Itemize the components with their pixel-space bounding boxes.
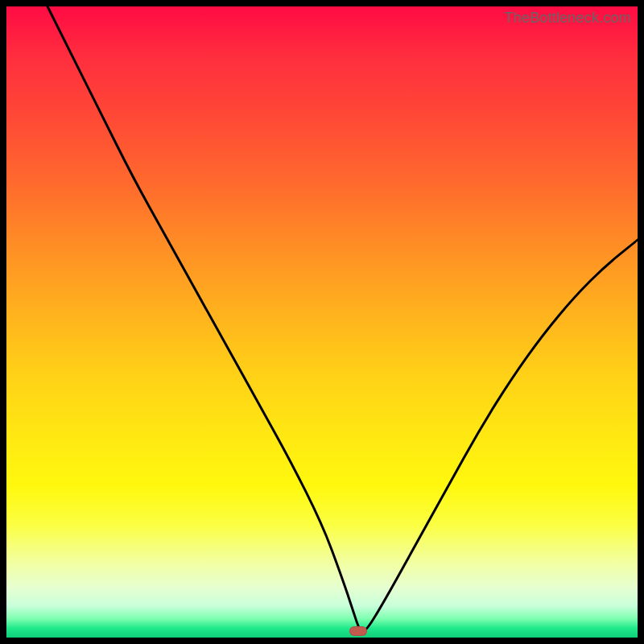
bottleneck-curve	[6, 6, 638, 638]
minimum-marker	[349, 626, 367, 636]
plot-area: TheBottleneck.com	[6, 6, 638, 638]
chart-stage: TheBottleneck.com	[0, 0, 644, 644]
